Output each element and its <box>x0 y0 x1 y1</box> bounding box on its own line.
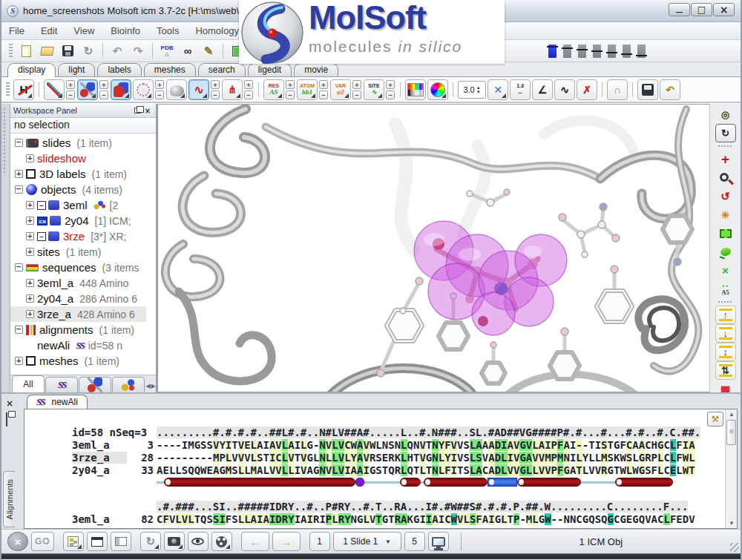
presentation-screen[interactable] <box>428 532 449 551</box>
maximize-button[interactable] <box>691 3 712 16</box>
slide-selector[interactable]: 1 Slide 1▼ <box>333 532 401 551</box>
expander-icon[interactable] <box>26 279 34 287</box>
dock-grip[interactable] <box>1 104 10 392</box>
tree-item-objects[interactable]: objects(4 items) <box>10 182 146 197</box>
residue-label[interactable]: RESAS <box>263 79 284 100</box>
translate-mode[interactable]: + <box>715 150 736 168</box>
expander-icon[interactable] <box>26 217 34 225</box>
connect-atoms[interactable]: ✕ <box>487 79 508 100</box>
atom-label[interactable]: ATOMhb1 <box>297 79 318 100</box>
expander-icon[interactable] <box>26 294 34 303</box>
stop-slideshow[interactable]: × <box>7 532 28 551</box>
residue-label-increase[interactable]: + <box>286 80 295 89</box>
stick-representation-increase[interactable]: + <box>244 80 253 89</box>
refresh-display[interactable]: ↻ <box>140 532 161 551</box>
alignment-tab-newali[interactable]: SS newAli <box>27 395 88 409</box>
expander-icon[interactable] <box>26 154 34 162</box>
alignment-sequence-row[interactable]: 2y04_a33AELLSQQWEAGMSLLMALVVLLIVAGNVLVIA… <box>72 464 725 476</box>
visibility-checkbox[interactable]: − <box>37 201 46 210</box>
expander-icon[interactable] <box>15 139 23 147</box>
expander-icon[interactable] <box>15 326 23 334</box>
minimize-button[interactable] <box>669 3 690 16</box>
dotted-representation-increase[interactable]: + <box>155 80 164 89</box>
alignment-scrollbar[interactable]: ▲▼ <box>725 409 737 528</box>
alignment-sequence-row[interactable]: 3eml_a3----IMGSSVYITVELAIAVLAILG-NVLVCWA… <box>72 438 725 451</box>
ballstick-representation-decrease[interactable]: − <box>99 90 108 99</box>
alignment-sequence-row[interactable]: 3eml_a82CFVLVLTQSSIFSLLAIAIDRYIAIRIPLRYN… <box>72 513 725 525</box>
alignment-content[interactable]: id=58 nSeq=3.........#.#.#.#..##L#.#..N#… <box>24 409 725 528</box>
depth-slider-6[interactable] <box>623 45 631 58</box>
wire-representation[interactable] <box>44 79 65 100</box>
tab-meshes[interactable]: meshes <box>144 63 196 76</box>
new-document[interactable] <box>16 42 36 60</box>
clip-double[interactable]: ⇅ <box>715 361 736 380</box>
distance-measure[interactable]: 1.3↔ <box>510 79 531 100</box>
resize-grip[interactable] <box>730 543 739 552</box>
ribbon-representation[interactable]: ∿ <box>188 79 209 100</box>
find-binoculars[interactable]: ∞ <box>178 42 197 60</box>
expander-icon[interactable] <box>26 310 34 318</box>
tab-labels[interactable]: labels <box>97 63 141 76</box>
variable-label-decrease[interactable]: − <box>352 90 361 99</box>
residue-label-decrease[interactable]: − <box>286 90 295 99</box>
single-window-layout[interactable] <box>87 532 108 551</box>
mesh-clip[interactable]: ▦ <box>715 380 736 392</box>
site-label[interactable]: SITE∿ <box>364 79 384 100</box>
next-slide[interactable]: → <box>272 532 301 551</box>
tabs-scroll-right[interactable]: ▶ <box>151 379 156 392</box>
select-rectangle[interactable] <box>715 224 736 243</box>
stick-representation-decrease[interactable]: − <box>244 90 253 99</box>
wire-representation-increase[interactable]: + <box>66 80 75 89</box>
expander-icon[interactable] <box>26 341 34 349</box>
angle-measure[interactable]: ∠ <box>532 79 553 100</box>
expander-icon[interactable] <box>26 201 34 209</box>
tree-item-slideshow[interactable]: slideshow <box>10 151 146 166</box>
tree-item-3eml[interactable]: −3eml[2 <box>10 197 146 213</box>
slide-number[interactable]: 1 <box>309 532 330 551</box>
ballstick-representation[interactable] <box>77 79 98 100</box>
atom-label-increase[interactable]: + <box>319 80 328 89</box>
workspace-close-button[interactable]: × <box>142 106 153 116</box>
workspace-tab-icon3[interactable] <box>112 377 145 392</box>
tree-item-sequences[interactable]: sequences(3 items <box>10 260 146 275</box>
clip-slab[interactable]: ↕ <box>715 343 736 361</box>
alignment-tools-button[interactable]: ⚒ <box>707 412 723 426</box>
save-file[interactable] <box>58 42 77 60</box>
wire-representation-decrease[interactable]: − <box>66 90 75 99</box>
alignment-float-button[interactable] <box>6 413 7 426</box>
menu-bioinfo[interactable]: Bioinfo <box>111 25 140 36</box>
visibility-checkbox[interactable]: − <box>37 232 46 241</box>
select-granularity[interactable]: ▪ ▪A5 <box>715 280 736 298</box>
hbond-toggle[interactable]: ∩ <box>607 79 628 100</box>
menu-file[interactable]: File <box>9 25 24 36</box>
expander-icon[interactable] <box>15 185 23 194</box>
scrollbar-thumb[interactable] <box>726 420 736 445</box>
side-panel-layout[interactable] <box>111 532 131 551</box>
color-wheel[interactable] <box>427 79 448 100</box>
save-image[interactable] <box>637 79 658 100</box>
delete-measure[interactable]: ✗ <box>577 79 597 100</box>
tree-item-3d-labels[interactable]: 3D labels(1 item) <box>10 166 146 182</box>
center-target[interactable]: ◎ <box>715 105 736 124</box>
tree-item-slides[interactable]: slides(1 item) <box>10 135 146 151</box>
tabs-scroll-left[interactable]: ◀ <box>145 379 151 392</box>
preview-eye[interactable] <box>188 532 209 551</box>
make-movie[interactable] <box>211 532 232 551</box>
tab-light[interactable]: light <box>58 63 95 76</box>
menu-view[interactable]: View <box>73 25 94 36</box>
dihedral-measure[interactable]: ∿ <box>554 79 575 100</box>
sphere-radius-spinner[interactable]: 3.0▲▼ <box>458 81 486 99</box>
dotted-representation[interactable] <box>133 79 154 100</box>
tree-item-2y04[interactable]: ICM2y04[1] ICM; <box>10 213 146 228</box>
tree-item-3rze-a[interactable]: 3rze_a428 Amino 6 <box>10 306 146 322</box>
draw-ligand[interactable]: ✎ <box>199 42 218 60</box>
ribbon-representation-decrease[interactable]: − <box>211 90 220 99</box>
site-label-increase[interactable]: + <box>386 80 395 89</box>
workspace-tab-icon2[interactable] <box>79 377 111 392</box>
tree-item-3eml-a[interactable]: 3eml_a448 Amino <box>10 275 146 291</box>
clip-front[interactable]: ↑ <box>715 306 736 324</box>
depth-slider-7[interactable] <box>637 45 646 58</box>
site-label-decrease[interactable]: − <box>386 90 395 99</box>
camera-slide[interactable] <box>164 532 185 551</box>
alignment-sequence-row[interactable]: 3rze_a28---------MPLVVVLSTICLVTVGLNLLVLY… <box>72 451 725 464</box>
